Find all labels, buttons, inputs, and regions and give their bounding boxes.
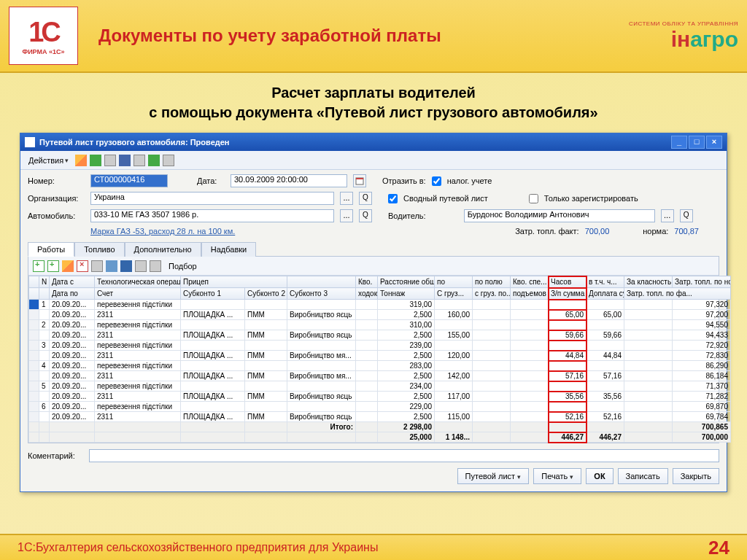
logo-inagro-sub: СИСТЕМИ ОБЛІКУ ТА УПРАВЛІННЯ — [629, 20, 738, 27]
label-fuel-fact: Затр. топл. факт: — [515, 227, 579, 236]
total-row-1: Итого: 2 298,00 700,865 — [29, 422, 731, 432]
driver-field[interactable]: Бурдонос Володимир Антонович — [464, 209, 655, 222]
move-down-icon[interactable] — [120, 260, 132, 272]
sort-desc-icon[interactable] — [150, 260, 161, 272]
date-field[interactable]: 30.09.2009 20:00:00 — [231, 174, 347, 187]
logo-agro: агро — [690, 27, 738, 51]
slide-content: Расчет зарплаты водителей с помощью доку… — [0, 73, 747, 534]
comment-field[interactable] — [89, 449, 719, 462]
slide-header: 1С ФИРМА «1С» Документы по учету заработ… — [0, 0, 747, 73]
logo-inagro: СИСТЕМИ ОБЛІКУ ТА УПРАВЛІННЯ інагро — [629, 20, 738, 52]
only-register-checkbox[interactable] — [529, 194, 538, 203]
auto-hint[interactable]: Марка ГАЗ -53, расход 28 л. на 100 км. — [90, 227, 235, 236]
label-comment: Коментарий: — [28, 451, 85, 460]
logo-1c-mark: 1С — [28, 17, 58, 48]
attach-icon[interactable] — [163, 155, 174, 166]
ok-button[interactable]: ОК — [586, 468, 613, 484]
data-grid[interactable]: N Дата с Технологическая операция Прицеп… — [28, 276, 731, 443]
copy-icon[interactable] — [104, 155, 116, 166]
label-only-reg: Только зарегистрировать — [544, 194, 638, 203]
calendar-button[interactable] — [353, 174, 366, 187]
org-field[interactable]: Украина — [90, 192, 334, 205]
actions-dropdown[interactable]: Действия ▾ — [25, 154, 72, 167]
org-search-button[interactable]: Q — [359, 192, 372, 205]
driver-search-button[interactable]: Q — [680, 209, 693, 222]
paste-icon[interactable] — [91, 260, 103, 272]
minimize-button[interactable]: _ — [671, 136, 687, 149]
driver-select-button[interactable]: ... — [661, 209, 674, 222]
fuel-norm-value: 700,87 — [674, 227, 699, 236]
logo-1c: 1С ФИРМА «1С» — [9, 7, 78, 65]
tab-additional[interactable]: Дополнительно — [125, 242, 201, 257]
auto-select-button[interactable]: ... — [340, 209, 353, 222]
label-auto: Автомобиль: — [28, 211, 85, 220]
add-copy-icon[interactable] — [47, 260, 59, 272]
tabs: Работы Топливо Дополнительно Надбавки — [28, 241, 719, 256]
window-title: Путевой лист грузового автомобиля: Прове… — [39, 138, 670, 147]
table-row[interactable]: 420.09.20...перевезення підстілки283,008… — [29, 361, 731, 371]
total-row-2: 25,000 1 148... 446,27 446,27 700,000 — [29, 432, 731, 443]
save-button[interactable]: Записать — [618, 468, 668, 484]
close-window-button[interactable]: × — [706, 136, 722, 149]
label-date: Дата: — [197, 176, 225, 185]
edit-icon[interactable] — [75, 155, 87, 166]
structure-icon[interactable] — [119, 155, 131, 166]
sort-asc-icon[interactable] — [135, 260, 147, 272]
label-org: Организация: — [28, 194, 85, 203]
doc-title-2: с помощью документа «Путевой лист грузов… — [19, 104, 728, 121]
table-row[interactable]: 220.09.20...перевезення підстілки310,009… — [29, 320, 731, 330]
label-fuel-norm: норма: — [643, 227, 668, 236]
table-row[interactable]: 20.09.20...2311ПЛОЩАДКА ...ПММВиробництв… — [29, 392, 731, 402]
tax-checkbox[interactable] — [432, 176, 441, 186]
comment-row: Коментарий: — [28, 449, 719, 462]
number-field[interactable]: СТ000000416 — [90, 174, 168, 187]
fuel-fact-value: 700,00 — [585, 227, 610, 236]
app-window: Путевой лист грузового автомобиля: Прове… — [20, 133, 727, 492]
button-bar: Путевой лист ▾ Печать ▾ ОК Записать Закр… — [28, 468, 719, 484]
tab-bonuses[interactable]: Надбавки — [201, 242, 256, 257]
waybill-button[interactable]: Путевой лист ▾ — [457, 468, 530, 484]
table-row[interactable]: 120.09.20...перевезення підстілки319,009… — [29, 300, 731, 310]
form-body: Номер: СТ000000416 Дата: 30.09.2009 20:0… — [20, 170, 727, 491]
tab-fuel[interactable]: Топливо — [74, 242, 124, 257]
table-row[interactable]: 20.09.20...2311ПЛОЩАДКА ...ПММВиробництв… — [29, 412, 731, 422]
close-button[interactable]: Закрыть — [673, 468, 719, 484]
label-number: Номер: — [28, 176, 85, 185]
label-reflect: Отразить в: — [382, 176, 426, 185]
report-icon[interactable] — [133, 155, 145, 166]
table-row[interactable]: 520.09.20...перевезення підстілки234,007… — [29, 381, 731, 392]
table-row[interactable]: 20.09.20...2311ПЛОЩАДКА ...ПММВиробництв… — [29, 351, 731, 361]
svg-rect-1 — [356, 178, 363, 179]
post-document-icon[interactable] — [90, 155, 101, 166]
grid-container: Подбор N Дата — [28, 256, 719, 443]
table-row[interactable]: 20.09.20...2311ПЛОЩАДКА ...ПММВиробництв… — [29, 371, 731, 381]
edit-row-icon[interactable] — [62, 260, 74, 272]
window-titlebar[interactable]: Путевой лист грузового автомобиля: Прове… — [20, 133, 727, 151]
table-row[interactable]: 20.09.20...2311ПЛОЩАДКА ...ПММВиробництв… — [29, 310, 731, 320]
org-select-button[interactable]: ... — [340, 192, 353, 205]
podbor-button[interactable]: Подбор — [164, 262, 201, 271]
table-row[interactable]: 320.09.20...перевезення підстілки239,007… — [29, 341, 731, 351]
delete-row-icon[interactable] — [77, 260, 88, 272]
movements-icon[interactable] — [148, 155, 160, 166]
move-up-icon[interactable] — [106, 260, 117, 272]
chevron-down-icon: ▾ — [65, 157, 69, 164]
label-summary: Сводный путевой лист — [403, 194, 488, 203]
summary-checkbox[interactable] — [388, 194, 398, 203]
header-row-2: Дата по Счет Субконто 1 Субконто 2 Субко… — [29, 288, 731, 300]
slide-number: 24 — [708, 537, 729, 559]
footer-text: 1С:Бухгалтерия сельскохозяйственного пре… — [18, 541, 708, 554]
header-row-1: N Дата с Технологическая операция Прицеп… — [29, 276, 731, 288]
table-row[interactable]: 20.09.20...2311ПЛОЩАДКА ...ПММВиробництв… — [29, 330, 731, 341]
maximize-button[interactable]: □ — [689, 136, 705, 149]
window-icon — [25, 137, 35, 147]
auto-search-button[interactable]: Q — [359, 209, 372, 222]
slide-title: Документы по учету заработной платы — [98, 26, 441, 46]
add-row-icon[interactable] — [33, 260, 44, 272]
tab-work[interactable]: Работы — [28, 242, 74, 257]
print-button[interactable]: Печать ▾ — [533, 468, 581, 484]
actions-label: Действия — [28, 156, 63, 165]
table-row[interactable]: 620.09.20...перевезення підстілки229,006… — [29, 402, 731, 412]
auto-field[interactable]: 033-10 МЕ ГАЗ 3507 1986 р. — [90, 209, 334, 222]
label-driver: Водитель: — [388, 211, 426, 220]
